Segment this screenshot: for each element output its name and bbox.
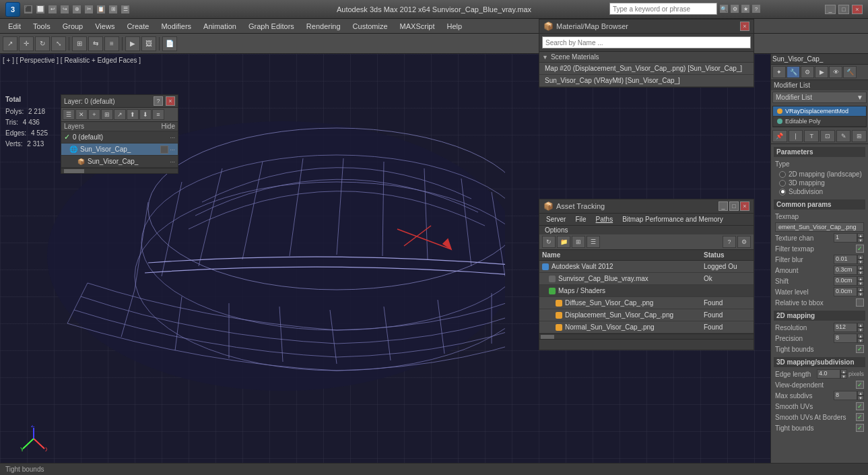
cmd-utilities-icon[interactable]: 🔨 [843, 66, 857, 78]
mod-nav-5[interactable]: ⊞ [852, 130, 867, 142]
asset-btn-browse[interactable]: 📁 [557, 236, 570, 248]
texture-chan-input[interactable]: 1 [834, 233, 857, 243]
material-item-1[interactable]: Sun_Visor_Cap (VRayMtl) [Sun_Visor_Cap_] [539, 75, 754, 87]
layers-help-btn[interactable]: ? [154, 96, 163, 106]
modifier-list-dropdown[interactable]: Modifier List ▼ [772, 92, 867, 103]
search-icon[interactable]: 🔍 [720, 5, 728, 13]
asset-row-1[interactable]: Sunvisor_Cap_Blue_vray.max Ok [539, 273, 754, 285]
toolbar-render-btn[interactable]: ▶ [125, 36, 140, 51]
asset-row-0[interactable]: Autodesk Vault 2012 Logged Ou [539, 261, 754, 273]
max-subdivs-up[interactable]: ▲ [857, 391, 864, 395]
titlebar-icon-9[interactable]: ☰ [121, 5, 129, 13]
water-level-down[interactable]: ▼ [857, 292, 864, 296]
toolbar-render-setup-btn[interactable]: 🖼 [141, 36, 156, 51]
asset-options-item[interactable]: Options [539, 226, 754, 234]
win-close-btn[interactable]: × [852, 5, 863, 14]
help-icon[interactable]: ? [752, 5, 760, 13]
type-radio-subdiv[interactable]: Subdivision [779, 188, 865, 195]
amount-down[interactable]: ▼ [857, 270, 864, 275]
texture-chan-down[interactable]: ▼ [857, 238, 864, 243]
asset-btn-grid[interactable]: ⊞ [572, 236, 585, 248]
asset-tracking-minimize-btn[interactable]: _ [719, 201, 728, 211]
asset-btn-list[interactable]: ☰ [587, 236, 600, 248]
layers-tool-delete[interactable]: ✕ [75, 109, 88, 120]
menu-help[interactable]: Help [442, 21, 468, 32]
menu-views[interactable]: Views [90, 21, 120, 32]
menu-customize[interactable]: Customize [347, 21, 393, 32]
resolution-input[interactable]: 512 [834, 323, 857, 332]
titlebar-icon-8[interactable]: ⊞ [109, 5, 117, 13]
params-header[interactable]: Parameters [774, 147, 865, 157]
radio-3d-btn[interactable] [779, 180, 786, 187]
max-subdivs-down[interactable]: ▼ [857, 395, 864, 400]
filter-blur-input[interactable]: 0.01 [834, 255, 857, 264]
toolbar-align-btn[interactable]: ≡ [104, 36, 119, 51]
filter-blur-up[interactable]: ▲ [857, 255, 864, 259]
layers-tool-add[interactable]: + [88, 109, 100, 120]
toolbar-layer-btn[interactable]: 📄 [162, 36, 177, 51]
relative-bbox-checkbox[interactable]: ✓ [856, 298, 864, 307]
titlebar-icon-4[interactable]: ↪ [61, 5, 69, 13]
tight-bounds-checkbox[interactable]: ✓ [856, 345, 864, 353]
win-maximize-btn[interactable]: □ [838, 5, 849, 14]
menu-rendering[interactable]: Rendering [301, 21, 346, 32]
layers-tool-extra[interactable]: ≡ [152, 109, 164, 120]
precision-input[interactable]: 8 [834, 334, 857, 343]
titlebar-icon-6[interactable]: ✂ [85, 5, 93, 13]
menu-create[interactable]: Create [121, 21, 154, 32]
layers-close-btn[interactable]: × [166, 96, 175, 106]
asset-tracking-maximize-btn[interactable]: □ [729, 201, 739, 211]
menu-tools[interactable]: Tools [28, 21, 56, 32]
asset-scrollbar-h[interactable] [539, 334, 754, 339]
toolbar-rotate-btn[interactable]: ↻ [35, 36, 50, 51]
cmd-motion-icon[interactable]: ▶ [815, 66, 828, 78]
asset-row-4[interactable]: Displacement_Sun_Visor_Cap_.png Found [539, 309, 754, 321]
layer-row-1[interactable]: 🌐 Sun_Visor_Cap_ ··· [61, 144, 178, 156]
titlebar-icon-7[interactable]: 📋 [97, 5, 105, 13]
water-level-up[interactable]: ▲ [857, 287, 864, 292]
precision-up[interactable]: ▲ [857, 334, 864, 338]
cmd-create-icon[interactable]: ✦ [772, 66, 786, 78]
layers-tool-select[interactable]: ↗ [114, 109, 126, 120]
asset-row-2[interactable]: Maps / Shaders [539, 285, 754, 297]
radio-subdiv-btn[interactable] [779, 189, 786, 195]
cmd-hierarchy-icon[interactable]: ⚙ [801, 66, 814, 78]
titlebar-icon-2[interactable]: ⬜ [36, 5, 44, 13]
view-dependent-checkbox[interactable]: ✓ [856, 381, 864, 389]
menu-animation[interactable]: Animation [198, 21, 242, 32]
cmd-display-icon[interactable]: 👁 [829, 66, 842, 78]
layers-tool-find[interactable]: ⊞ [101, 109, 113, 120]
menu-graph-editors[interactable]: Graph Editors [243, 21, 300, 32]
texmap-value[interactable]: ement_Sun_Visor_Cap_.png [775, 222, 864, 232]
material-item-0[interactable]: Map #20 (Displacement_Sun_Visor_Cap_.png… [539, 63, 754, 75]
asset-menu-server[interactable]: Server [542, 215, 570, 224]
amount-up[interactable]: ▲ [857, 265, 864, 270]
amount-input[interactable]: 0.3cm [834, 265, 857, 275]
mod-nav-4[interactable]: ✎ [836, 130, 851, 142]
win-minimize-btn[interactable]: _ [825, 5, 836, 14]
titlebar-icon-1[interactable]: ⬛ [24, 5, 32, 13]
resolution-down[interactable]: ▼ [857, 327, 864, 332]
toolbar-move-btn[interactable]: ✛ [19, 36, 34, 51]
material-browser-search-input[interactable] [542, 36, 751, 49]
asset-menu-file[interactable]: File [571, 215, 590, 224]
menu-modifiers[interactable]: Modifiers [156, 21, 197, 32]
titlebar-icon-3[interactable]: ↩ [48, 5, 57, 13]
filter-blur-down[interactable]: ▼ [857, 259, 864, 264]
asset-row-3[interactable]: Diffuse_Sun_Visor_Cap_.png Found [539, 297, 754, 309]
resolution-up[interactable]: ▲ [857, 323, 864, 327]
favorites-icon[interactable]: ★ [741, 5, 749, 13]
toolbar-mirror-btn[interactable]: ⇆ [88, 36, 103, 51]
layer-1-vis[interactable] [160, 146, 168, 154]
asset-tracking-close-btn[interactable]: × [740, 201, 749, 211]
layer-row-0[interactable]: ✓ 0 (default) ··· [61, 131, 178, 144]
water-level-input[interactable]: 0.0cm [834, 287, 857, 296]
layer-2-dots[interactable]: ··· [170, 158, 175, 165]
toolbar-scale-btn[interactable]: ⤡ [51, 36, 66, 51]
layers-tool-new[interactable]: ☰ [63, 109, 75, 120]
menu-group[interactable]: Group [57, 21, 89, 32]
menu-edit[interactable]: Edit [3, 21, 26, 32]
menu-maxscript[interactable]: MAXScript [395, 21, 440, 32]
layer-row-2[interactable]: 📦 Sun_Visor_Cap_ ··· [61, 156, 178, 168]
smooth-uvs-checkbox[interactable]: ✓ [856, 402, 864, 410]
